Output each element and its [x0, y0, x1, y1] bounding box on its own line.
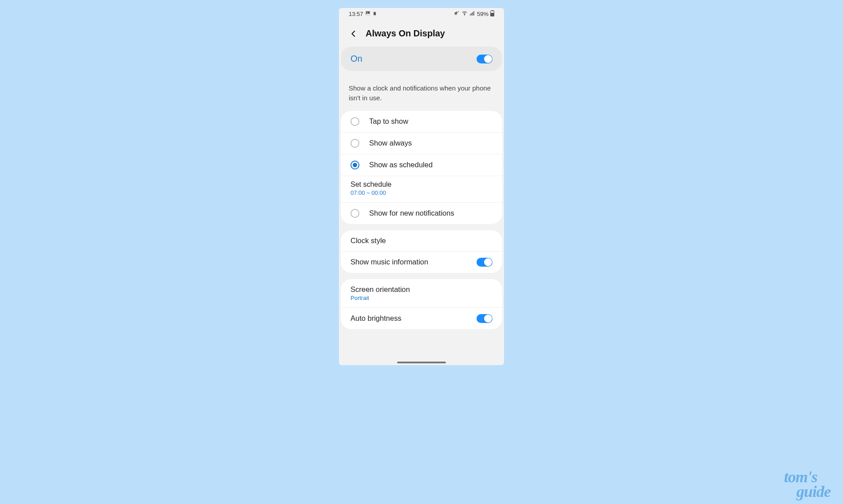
auto-brightness-item[interactable]: Auto brightness: [341, 308, 502, 329]
radio-unchecked-icon: [351, 209, 359, 218]
svg-rect-6: [472, 12, 473, 16]
display-settings-section: Clock style Show music information: [341, 230, 502, 273]
radio-unchecked-icon: [351, 117, 359, 126]
svg-point-3: [464, 15, 465, 15]
master-toggle-row[interactable]: On: [341, 47, 502, 71]
back-button[interactable]: [349, 29, 358, 39]
clock-style-item[interactable]: Clock style: [341, 230, 502, 252]
screen-orientation-value: Portrait: [351, 295, 410, 301]
set-schedule-item[interactable]: Set schedule 07:00 ~ 00:00: [341, 176, 502, 203]
mode-show-as-scheduled[interactable]: Show as scheduled: [341, 154, 502, 176]
screen-orientation-item[interactable]: Screen orientation Portrait: [341, 279, 502, 308]
clock-style-label: Clock style: [351, 236, 386, 245]
chevron-left-icon: [350, 30, 358, 38]
svg-point-1: [366, 12, 367, 13]
mute-icon: [454, 10, 460, 17]
mode-tap-to-show[interactable]: Tap to show: [341, 111, 502, 133]
master-toggle-switch[interactable]: [477, 55, 492, 63]
show-music-information-item[interactable]: Show music information: [341, 252, 502, 273]
radio-unchecked-icon: [351, 139, 359, 148]
page-header: Always On Display: [339, 20, 504, 47]
master-toggle-section: On: [341, 47, 502, 71]
bag-icon: [372, 11, 377, 17]
phone-frame: 13:57 59%: [339, 8, 504, 365]
master-toggle-label: On: [351, 54, 362, 64]
image-icon: [365, 11, 370, 17]
mode-label: Show for new notifications: [369, 209, 454, 217]
svg-rect-7: [473, 11, 474, 16]
status-battery-pct: 59%: [477, 11, 488, 17]
auto-brightness-toggle[interactable]: [477, 314, 492, 323]
screen-settings-section: Screen orientation Portrait Auto brightn…: [341, 279, 502, 329]
signal-icon: [469, 10, 475, 17]
mode-label: Show always: [369, 139, 412, 147]
music-info-label: Show music information: [351, 258, 428, 266]
mode-show-for-notifications[interactable]: Show for new notifications: [341, 203, 502, 224]
battery-icon: [490, 10, 494, 18]
description-text: Show a clock and notifications when your…: [339, 77, 504, 111]
radio-checked-icon: [351, 161, 359, 169]
mode-show-always[interactable]: Show always: [341, 133, 502, 154]
status-time: 13:57: [349, 11, 363, 17]
music-info-toggle[interactable]: [477, 258, 492, 267]
watermark-line2: guide: [784, 484, 831, 499]
wifi-icon: [461, 10, 468, 17]
auto-brightness-label: Auto brightness: [351, 314, 402, 323]
schedule-value: 07:00 ~ 00:00: [351, 189, 492, 196]
watermark-logo: tom's guide: [784, 470, 831, 499]
home-indicator[interactable]: [397, 362, 446, 363]
page-title: Always On Display: [366, 28, 445, 39]
screen-orientation-label: Screen orientation: [351, 285, 410, 294]
svg-rect-5: [471, 13, 472, 16]
modes-section: Tap to show Show always Show as schedule…: [341, 111, 502, 224]
mode-label: Tap to show: [369, 117, 408, 126]
schedule-label: Set schedule: [351, 181, 492, 189]
status-bar: 13:57 59%: [339, 8, 504, 20]
mode-label: Show as scheduled: [369, 161, 433, 169]
svg-rect-4: [470, 14, 471, 16]
